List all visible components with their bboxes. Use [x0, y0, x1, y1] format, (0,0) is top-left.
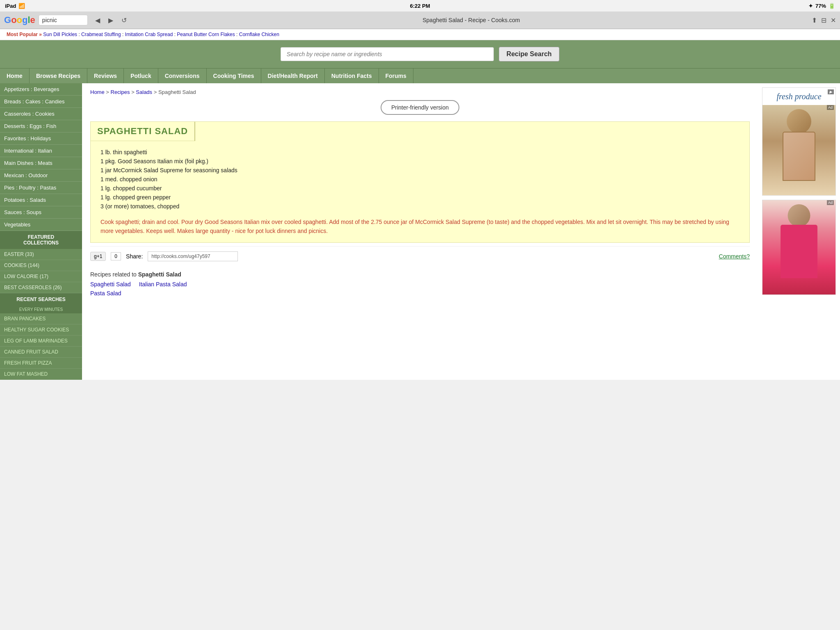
sidebar-sauces[interactable]: Sauces : Soups	[0, 206, 82, 219]
nav-browse[interactable]: Browse Recipes	[30, 68, 87, 83]
ad-box-2: Ad	[762, 200, 836, 295]
recent-bran[interactable]: BRAN PANCAKES	[0, 313, 82, 324]
popular-link-2[interactable]: Crabmeat Stuffing	[81, 32, 121, 37]
nav-diet[interactable]: Diet/Health Report	[261, 68, 325, 83]
close-button[interactable]: ✕	[831, 16, 836, 24]
address-text: picnic	[42, 17, 57, 23]
collection-cookies[interactable]: COOKIES (144)	[0, 260, 82, 271]
collection-easter[interactable]: EASTER (33)	[0, 249, 82, 260]
page-title: Spaghetti Salad - Recipe - Cooks.com	[134, 17, 808, 23]
popular-link-5[interactable]: Cornflake Chicken	[239, 32, 279, 37]
ad-image-1[interactable]: Ad	[762, 105, 835, 195]
ad-badge: Ad	[827, 105, 834, 110]
ingredient-3: 1 jar McCormick Salad Supreme for season…	[100, 166, 740, 175]
sidebar-favorites[interactable]: Favorites : Holidays	[0, 132, 82, 145]
nav-buttons: ◀ ▶ ↺	[93, 16, 129, 25]
gplus-count: 0	[111, 252, 121, 260]
back-button[interactable]: ◀	[93, 16, 103, 25]
recent-fruit-pizza[interactable]: FRESH FRUIT PIZZA	[0, 358, 82, 369]
related-link-1[interactable]: Spaghetti Salad	[90, 281, 131, 288]
nav-cooking-times[interactable]: Cooking Times	[207, 68, 261, 83]
gplus-button[interactable]: g+1	[90, 252, 106, 261]
search-area: Recipe Search	[0, 40, 840, 68]
sidebar-mexican[interactable]: Mexican : Outdoor	[0, 169, 82, 182]
sidebar-desserts[interactable]: Desserts : Eggs : Fish	[0, 120, 82, 132]
address-bar[interactable]: picnic	[39, 15, 88, 25]
sidebar-appetizers[interactable]: Appetizers : Beverages	[0, 83, 82, 96]
recent-sugar-cookies[interactable]: HEALTHY SUGAR COOKIES	[0, 324, 82, 336]
breadcrumb: Home > Recipes > Salads > Spaghetti Sala…	[90, 89, 750, 95]
nav-home[interactable]: Home	[0, 68, 30, 83]
ingredient-2: 1 pkg. Good Seasons Italian mix (foil pk…	[100, 157, 740, 166]
sidebar-pies[interactable]: Pies : Poultry : Pastas	[0, 182, 82, 194]
main-layout: Appetizers : Beverages Breads : Cakes : …	[0, 83, 840, 380]
ingredient-7: 3 (or more) tomatoes, chopped	[100, 202, 740, 211]
reader-button[interactable]: ⊟	[821, 16, 826, 24]
ipad-label: iPad	[5, 3, 16, 9]
popular-link-3[interactable]: Imitation Crab Spread	[125, 32, 173, 37]
bluetooth-icon: ✦	[808, 3, 813, 9]
refresh-button[interactable]: ↺	[119, 16, 129, 25]
printer-button[interactable]: Printer-friendly version	[381, 100, 459, 115]
breadcrumb-salads[interactable]: Salads	[136, 89, 152, 95]
forward-button[interactable]: ▶	[106, 16, 116, 25]
search-input[interactable]	[281, 47, 494, 61]
recent-canned-fruit[interactable]: CANNED FRUIT SALAD	[0, 347, 82, 358]
comments-link[interactable]: Comments?	[719, 253, 750, 260]
sidebar-vegetables[interactable]: Vegetables	[0, 219, 82, 231]
sidebar-breads[interactable]: Breads : Cakes : Candies	[0, 96, 82, 108]
share-button[interactable]: ⬆	[812, 16, 817, 24]
breadcrumb-home[interactable]: Home	[90, 89, 105, 95]
ad-box-1: fresh produce ▶ Ad	[762, 87, 836, 196]
status-bar: iPad 📶 6:22 PM ✦ 77% 🔋	[0, 0, 840, 11]
breadcrumb-sep2: >	[131, 89, 136, 95]
share-url-input[interactable]	[148, 251, 238, 261]
nav-bar: Home Browse Recipes Reviews Potluck Conv…	[0, 68, 840, 83]
battery-label: 77%	[815, 3, 826, 9]
google-logo: Google	[4, 15, 35, 25]
browser-chrome: Google picnic ◀ ▶ ↺ Spaghetti Salad - Re…	[0, 11, 840, 29]
related-link-2[interactable]: Italian Pasta Salad	[139, 281, 187, 288]
sidebar: Appetizers : Beverages Breads : Cakes : …	[0, 83, 82, 380]
recent-lamb[interactable]: LEG OF LAMB MARINADES	[0, 336, 82, 347]
sidebar-international[interactable]: International : Italian	[0, 145, 82, 157]
sidebar-main-dishes[interactable]: Main Dishes : Meats	[0, 157, 82, 169]
ingredient-5: 1 lg. chopped cucumber	[100, 184, 740, 193]
ad-badge-2: Ad	[827, 200, 834, 205]
breadcrumb-recipes[interactable]: Recipes	[111, 89, 130, 95]
breadcrumb-current: Spaghetti Salad	[158, 89, 196, 95]
related-bold: Spaghetti Salad	[138, 271, 181, 278]
recipe-ingredients: 1 lb. thin spaghetti 1 pkg. Good Seasons…	[91, 141, 749, 217]
nav-forums[interactable]: Forums	[379, 68, 413, 83]
recent-label: EVERY FEW MINUTES	[0, 306, 82, 313]
ad-sidebar: fresh produce ▶ Ad Ad	[758, 83, 840, 380]
nav-reviews[interactable]: Reviews	[87, 68, 124, 83]
breadcrumb-sep3: >	[154, 89, 158, 95]
collection-low-calorie[interactable]: LOW CALORIE (17)	[0, 271, 82, 282]
recipe-title: SPAGHETTI SALAD	[97, 126, 188, 136]
ad-label: ▶	[828, 89, 834, 94]
popular-label: Most Popular »	[7, 32, 42, 37]
search-button[interactable]: Recipe Search	[499, 47, 559, 62]
recent-header: RECENT SEARCHES	[0, 293, 82, 306]
ingredient-6: 1 lg. chopped green pepper	[100, 193, 740, 202]
recent-low-fat[interactable]: LOW FAT MASHED	[0, 369, 82, 380]
popular-link-1[interactable]: Sun Dill Pickles	[43, 32, 77, 37]
nav-nutrition[interactable]: Nutrition Facts	[325, 68, 379, 83]
related-links-2: Pasta Salad	[90, 290, 750, 297]
popular-bar: Most Popular » Sun Dill Pickles : Crabme…	[0, 29, 840, 40]
related-link-3[interactable]: Pasta Salad	[90, 290, 121, 297]
sidebar-casseroles[interactable]: Casseroles : Cookies	[0, 108, 82, 120]
collection-casseroles[interactable]: BEST CASSEROLES (26)	[0, 282, 82, 293]
related-links: Spaghetti Salad Italian Pasta Salad	[90, 281, 750, 288]
battery-icon: 🔋	[829, 3, 835, 9]
recipe-instructions: Cook spaghetti; drain and cool. Pour dry…	[91, 217, 749, 242]
ad-image-2[interactable]: Ad	[762, 200, 835, 294]
nav-potluck[interactable]: Potluck	[124, 68, 158, 83]
breadcrumb-sep1: >	[106, 89, 110, 95]
popular-link-4[interactable]: Peanut Butter Corn Flakes	[177, 32, 235, 37]
wifi-icon: 📶	[18, 3, 25, 9]
share-area: g+1 0 Share: Comments?	[90, 246, 750, 266]
nav-conversions[interactable]: Conversions	[158, 68, 207, 83]
sidebar-potatoes[interactable]: Potatoes : Salads	[0, 194, 82, 206]
